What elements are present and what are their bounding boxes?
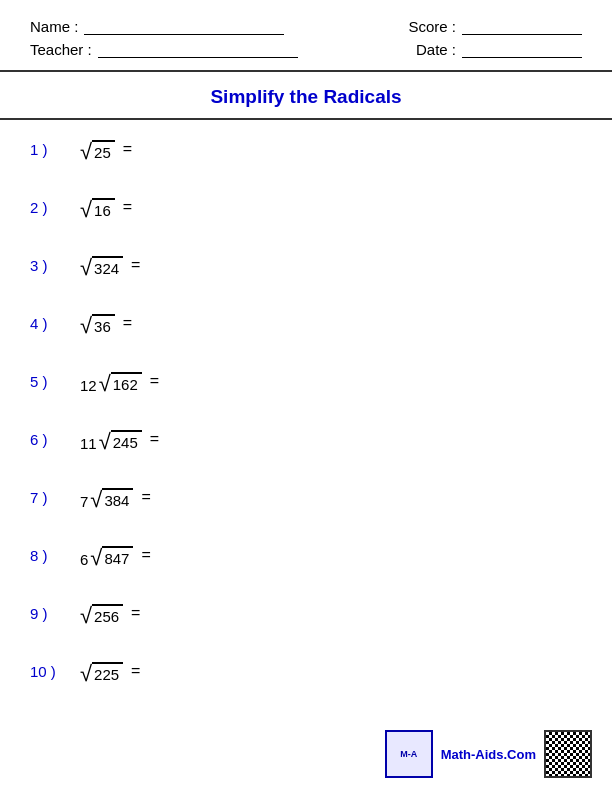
- radicand: 25: [92, 140, 115, 163]
- problem-expression: √25=: [80, 138, 132, 161]
- problem-expression: 6√847=: [80, 544, 151, 567]
- score-label: Score :: [408, 18, 456, 35]
- radicand: 225: [92, 662, 123, 685]
- coefficient: 6: [80, 551, 88, 568]
- radicand: 36: [92, 314, 115, 337]
- problem-number: 6 ): [30, 431, 70, 448]
- problem-number: 10 ): [30, 663, 70, 680]
- radicand: 245: [111, 430, 142, 453]
- page-title: Simplify the Radicals: [0, 72, 612, 120]
- header-row-2: Teacher : Date :: [30, 41, 582, 58]
- radical-wrap: √16: [80, 196, 115, 219]
- equals-sign: =: [150, 430, 159, 448]
- name-line: [84, 19, 284, 35]
- radical-symbol: √: [90, 547, 102, 569]
- problem-number: 5 ): [30, 373, 70, 390]
- radicand: 324: [92, 256, 123, 279]
- radical-symbol: √: [80, 605, 92, 627]
- equals-sign: =: [131, 604, 140, 622]
- problem-number: 8 ): [30, 547, 70, 564]
- problem-expression: 11√245=: [80, 428, 159, 451]
- equals-sign: =: [141, 546, 150, 564]
- teacher-line: [98, 42, 298, 58]
- problems-area: 1 )√25=2 )√16=3 )√324=4 )√36=5 )12√162=6…: [0, 120, 612, 700]
- problem-row: 4 )√36=: [30, 294, 582, 352]
- problem-row: 10 )√225=: [30, 642, 582, 700]
- problem-row: 3 )√324=: [30, 236, 582, 294]
- equals-sign: =: [123, 198, 132, 216]
- name-label: Name :: [30, 18, 78, 35]
- date-line: [462, 42, 582, 58]
- problem-number: 3 ): [30, 257, 70, 274]
- header-row-1: Name : Score :: [30, 18, 582, 35]
- name-field: Name :: [30, 18, 284, 35]
- radical-wrap: √256: [80, 602, 123, 625]
- radical-wrap: √162: [99, 370, 142, 393]
- radical-symbol: √: [80, 315, 92, 337]
- problem-row: 5 )12√162=: [30, 352, 582, 410]
- equals-sign: =: [131, 662, 140, 680]
- radical-symbol: √: [80, 663, 92, 685]
- score-line: [462, 19, 582, 35]
- radicand: 162: [111, 372, 142, 395]
- radicand: 16: [92, 198, 115, 221]
- problem-number: 2 ): [30, 199, 70, 216]
- teacher-field: Teacher :: [30, 41, 298, 58]
- problem-row: 1 )√25=: [30, 120, 582, 178]
- teacher-label: Teacher :: [30, 41, 92, 58]
- radicand: 847: [102, 546, 133, 569]
- problem-row: 7 )7√384=: [30, 468, 582, 526]
- radical-symbol: √: [90, 489, 102, 511]
- site-label: Math-Aids.Com: [441, 747, 536, 762]
- radicand: 384: [102, 488, 133, 511]
- date-label: Date :: [416, 41, 456, 58]
- radical-wrap: √36: [80, 312, 115, 335]
- qr-code: [544, 730, 592, 778]
- problem-expression: √256=: [80, 602, 140, 625]
- radical-symbol: √: [80, 257, 92, 279]
- problem-row: 9 )√256=: [30, 584, 582, 642]
- coefficient: 12: [80, 377, 97, 394]
- equals-sign: =: [123, 140, 132, 158]
- radical-wrap: √225: [80, 660, 123, 683]
- problem-expression: √36=: [80, 312, 132, 335]
- problem-expression: √16=: [80, 196, 132, 219]
- equals-sign: =: [131, 256, 140, 274]
- score-field: Score :: [408, 18, 582, 35]
- coefficient: 11: [80, 435, 97, 452]
- radical-wrap: √324: [80, 254, 123, 277]
- header: Name : Score : Teacher : Date :: [0, 0, 612, 72]
- radical-symbol: √: [99, 431, 111, 453]
- logo-box: M-A: [385, 730, 433, 778]
- problem-number: 1 ): [30, 141, 70, 158]
- problem-row: 2 )√16=: [30, 178, 582, 236]
- problem-number: 7 ): [30, 489, 70, 506]
- equals-sign: =: [123, 314, 132, 332]
- problem-row: 8 )6√847=: [30, 526, 582, 584]
- problem-expression: √225=: [80, 660, 140, 683]
- radical-symbol: √: [80, 141, 92, 163]
- problem-expression: 7√384=: [80, 486, 151, 509]
- equals-sign: =: [150, 372, 159, 390]
- radical-wrap: √384: [90, 486, 133, 509]
- radical-symbol: √: [80, 199, 92, 221]
- date-field: Date :: [416, 41, 582, 58]
- radical-symbol: √: [99, 373, 111, 395]
- radicand: 256: [92, 604, 123, 627]
- coefficient: 7: [80, 493, 88, 510]
- radical-wrap: √25: [80, 138, 115, 161]
- problem-expression: √324=: [80, 254, 140, 277]
- equals-sign: =: [141, 488, 150, 506]
- problem-row: 6 )11√245=: [30, 410, 582, 468]
- problem-expression: 12√162=: [80, 370, 159, 393]
- radical-wrap: √245: [99, 428, 142, 451]
- problem-number: 9 ): [30, 605, 70, 622]
- footer: M-A Math-Aids.Com: [385, 730, 592, 778]
- problem-number: 4 ): [30, 315, 70, 332]
- radical-wrap: √847: [90, 544, 133, 567]
